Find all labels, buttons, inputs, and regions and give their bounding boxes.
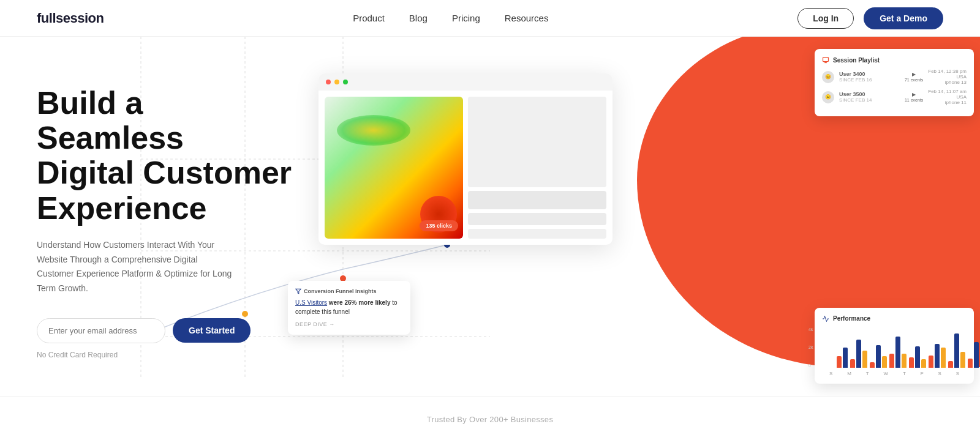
browser-dot-red: [326, 80, 331, 84]
trusted-section: Trusted By Over 200+ Businesses POLYMER …: [0, 396, 980, 432]
logo[interactable]: fullsession: [37, 10, 104, 26]
session-card-title: Session Playlist: [822, 56, 967, 64]
bar-blue: [876, 345, 881, 368]
bar-red: [929, 356, 933, 368]
bar-red: [837, 356, 842, 368]
navbar: fullsession Product Blog Pricing Resourc…: [0, 0, 980, 37]
session-playlist-card: Session Playlist 😊 User 3400 SINCE FEB 1…: [815, 49, 974, 116]
bar-red: [850, 359, 855, 368]
browser-right-col: [468, 97, 606, 239]
session-avatar: 😊: [822, 71, 834, 83]
session-icon: [822, 56, 829, 64]
placeholder-mid: [468, 191, 606, 209]
bar-yellow: [902, 354, 907, 368]
bar-yellow: [862, 351, 867, 368]
placeholder-tall: [468, 97, 606, 187]
bar-blue: [856, 340, 861, 368]
session-date: Feb 14, 12:38 pm USA iphone 13: [928, 69, 967, 85]
session-play: ▶71 events: [905, 72, 923, 83]
bar-yellow: [941, 348, 946, 368]
chart-y-labels: 4k2k0: [809, 327, 813, 368]
funnel-card-title: Conversion Funnel Insights: [295, 288, 403, 294]
funnel-text: U.S Visitors were 26% more likely to com…: [295, 298, 403, 316]
bar-group: [929, 344, 946, 368]
bar-yellow: [921, 359, 926, 368]
no-credit-label: No Credit Card Required: [37, 351, 294, 359]
hero-cta: Get Started: [37, 318, 294, 343]
bar-blue: [895, 337, 900, 368]
bar-red: [909, 357, 914, 368]
funnel-insights-card: Conversion Funnel Insights U.S Visitors …: [288, 281, 410, 335]
nav-blog[interactable]: Blog: [409, 13, 428, 23]
session-avatar: 😐: [822, 91, 834, 103]
bar-group: [850, 340, 867, 368]
session-row: 😐 User 3500 SINCE FEB 14 ▶11 events Feb …: [822, 89, 967, 105]
funnel-icon: [295, 288, 301, 294]
hero-subtext: Understand How Customers Interact With Y…: [37, 238, 233, 296]
placeholder-short: [468, 213, 606, 225]
session-play: ▶11 events: [905, 92, 923, 103]
bar-red: [968, 359, 973, 368]
hero-left: Build a Seamless Digital Customer Experi…: [0, 37, 294, 396]
bar-group: [948, 333, 965, 368]
hero-headline: Build a Seamless Digital Customer Experi…: [37, 86, 294, 226]
bar-group: [968, 342, 980, 368]
session-info: User 3500 SINCE FEB 14: [839, 91, 900, 103]
svg-rect-9: [823, 58, 829, 62]
bar-blue: [974, 342, 979, 368]
placeholder-xs: [468, 229, 606, 239]
demo-button[interactable]: Get a Demo: [864, 7, 943, 29]
clicks-badge: 135 clicks: [420, 220, 458, 231]
bar-group: [909, 346, 926, 368]
trusted-label: Trusted By Over 200+ Businesses: [37, 415, 943, 424]
browser-mockup: 135 clicks: [318, 73, 612, 245]
nav-links: Product Blog Pricing Resources: [353, 13, 548, 24]
nav-actions: Log In Get a Demo: [797, 7, 943, 29]
browser-bar: [318, 73, 612, 91]
browser-dot-green: [343, 80, 348, 84]
bar-yellow: [882, 356, 887, 368]
bar-group: [889, 337, 907, 368]
session-info: User 3400 SINCE FEB 16: [839, 71, 900, 83]
bar-red: [889, 354, 894, 368]
nav-resources[interactable]: Resources: [505, 13, 549, 23]
bar-blue: [935, 344, 940, 368]
heatmap-hotspot: [337, 115, 410, 146]
bar-group: [837, 348, 848, 368]
session-date: Feb 14, 11:07 am USA iphone 11: [928, 89, 967, 105]
chart-container: 4k2k0 SMTWTFSS: [822, 327, 967, 376]
chart-area: [837, 327, 967, 376]
nav-product[interactable]: Product: [353, 13, 385, 23]
perf-icon: [822, 315, 829, 322]
bar-blue: [954, 333, 959, 368]
browser-dot-yellow: [334, 80, 339, 84]
nav-pricing[interactable]: Pricing: [452, 13, 480, 23]
bar-blue: [915, 346, 920, 368]
perf-title: Performance: [822, 315, 967, 322]
performance-card: Performance 4k2k0 SMTWTFSS: [815, 308, 974, 384]
hero-section: Build a Seamless Digital Customer Experi…: [0, 37, 980, 396]
funnel-link[interactable]: DEEP DIVE →: [295, 321, 403, 327]
bar-red: [870, 362, 875, 368]
bar-yellow: [960, 352, 965, 368]
email-input[interactable]: [37, 318, 165, 343]
heatmap-area: 135 clicks: [325, 97, 463, 239]
get-started-button[interactable]: Get Started: [173, 318, 251, 343]
login-button[interactable]: Log In: [797, 8, 854, 29]
bar-group: [870, 345, 887, 368]
bar-blue: [843, 348, 848, 368]
chart-x-labels: SMTWTFSS: [822, 371, 967, 376]
browser-body: 135 clicks: [318, 91, 612, 245]
session-row: 😊 User 3400 SINCE FEB 16 ▶71 events Feb …: [822, 69, 967, 85]
bar-red: [948, 361, 953, 368]
hero-right: Session Playlist 😊 User 3400 SINCE FEB 1…: [294, 37, 980, 396]
